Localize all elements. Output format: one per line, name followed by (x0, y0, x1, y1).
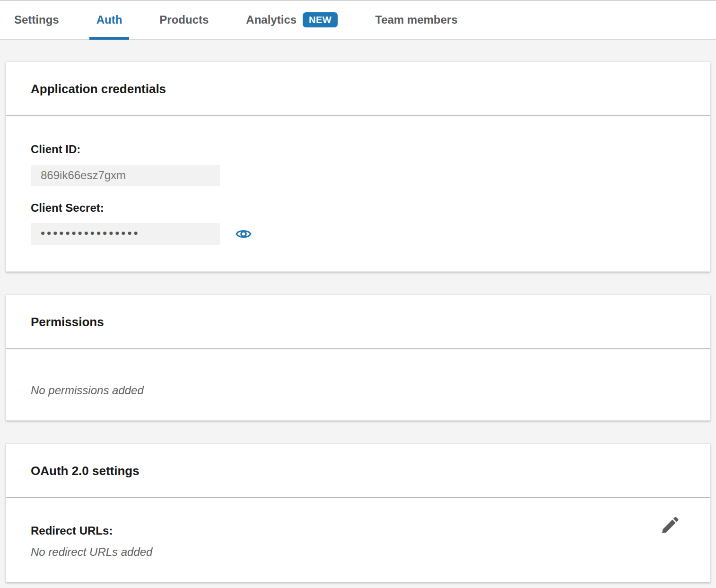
oauth-settings-title: OAuth 2.0 settings (31, 464, 685, 478)
client-secret-masked-dots: •••••••••••••••• (41, 227, 140, 239)
permissions-header: Permissions (6, 295, 710, 349)
client-secret-value: •••••••••••••••• (31, 223, 220, 245)
application-credentials-body: Client ID: 869ik66esz7gxm Client Secret:… (6, 116, 710, 271)
tab-bar: Settings Auth Products Analytics NEW Tea… (0, 0, 716, 40)
redirect-urls-label: Redirect URLs: (31, 524, 685, 537)
permissions-body: No permissions added (6, 349, 710, 420)
pencil-icon (660, 514, 681, 535)
edit-redirect-urls-button[interactable] (660, 514, 681, 536)
client-secret-label: Client Secret: (31, 201, 685, 215)
tab-analytics[interactable]: Analytics NEW (239, 1, 345, 39)
tab-analytics-label: Analytics (246, 13, 297, 26)
client-id-label: Client ID: (31, 143, 685, 156)
client-id-value: 869ik66esz7gxm (31, 165, 220, 186)
reveal-secret-button[interactable] (234, 226, 253, 242)
application-credentials-card: Application credentials Client ID: 869ik… (6, 61, 710, 272)
eye-icon (235, 227, 252, 241)
client-secret-row: •••••••••••••••• (31, 223, 685, 245)
oauth-settings-body: Redirect URLs: No redirect URLs added (6, 498, 710, 582)
permissions-card: Permissions No permissions added (6, 294, 710, 421)
tab-team-members[interactable]: Team members (368, 1, 464, 39)
tab-auth[interactable]: Auth (89, 1, 130, 39)
new-badge: NEW (303, 12, 338, 27)
no-redirect-urls-message: No redirect URLs added (31, 545, 685, 559)
tab-settings[interactable]: Settings (7, 1, 66, 39)
application-credentials-title: Application credentials (31, 82, 685, 96)
no-permissions-message: No permissions added (31, 383, 685, 398)
tab-products[interactable]: Products (152, 1, 216, 39)
oauth-settings-card: OAuth 2.0 settings Redirect URLs: No red… (6, 443, 710, 582)
permissions-title: Permissions (31, 315, 685, 329)
application-credentials-header: Application credentials (6, 62, 710, 116)
oauth-settings-header: OAuth 2.0 settings (6, 444, 710, 498)
